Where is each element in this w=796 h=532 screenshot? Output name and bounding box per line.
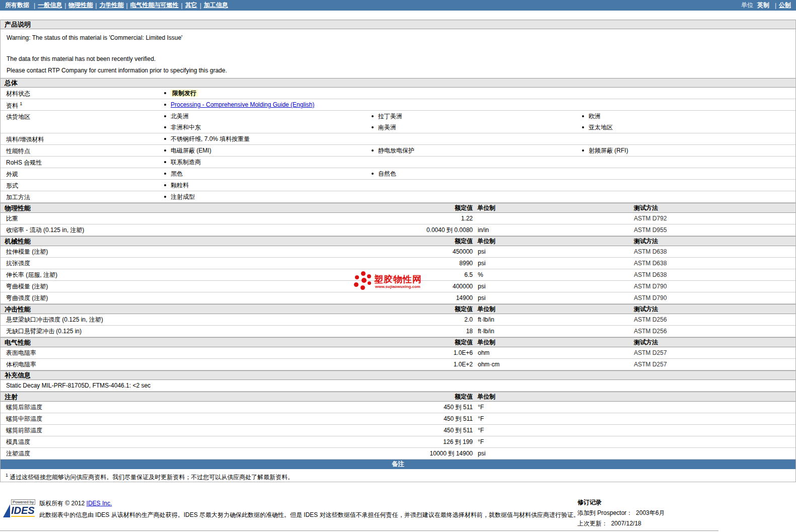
nav-separator: |	[200, 2, 201, 9]
bullet-icon	[164, 173, 166, 175]
section-header-product-description: 产品说明	[1, 20, 795, 29]
section-title: 补充信息	[5, 371, 31, 379]
bullet-value: 黑色	[164, 168, 183, 179]
bullet-icon	[164, 126, 166, 128]
material-status-badge: 限制发行	[171, 90, 198, 97]
section-header-impact: 冲击性能 额定值 单位制 测试方法	[1, 304, 795, 314]
revision-history: 修订记录 添加到 Prospector： 2003年6月 上次更新： 2007/…	[577, 498, 665, 530]
ides-logo-text: IDES	[11, 505, 35, 517]
revision-added: 添加到 Prospector： 2003年6月	[577, 509, 665, 517]
property-row-rear-temp: 螺筒后部温度 450 到 511 °F	[1, 402, 795, 413]
bullet-icon	[372, 115, 374, 117]
general-row-rohs: RoHS 合规性 联系制造商	[1, 157, 795, 168]
section-header-mechanical: 机械性能 额定值 单位制 测试方法	[1, 236, 795, 246]
column-header-value: 额定值	[455, 203, 473, 213]
property-row-front-temp: 螺筒前部温度 450 到 511 °F	[1, 425, 795, 436]
general-row-resources: 资料 1 Processing - Comprehensive Molding …	[1, 99, 795, 111]
general-row-appearance: 外观 黑色 自然色	[1, 168, 795, 180]
notes-bar: 备注	[1, 460, 795, 469]
bullet-value: 电磁屏蔽 (EMI)	[164, 145, 211, 156]
ides-logo[interactable]: Powered by IDES	[3, 499, 36, 520]
nav-separator: |	[775, 2, 776, 9]
general-row-filler: 填料/增强材料 不锈钢纤维, 7.0% 填料按重量	[1, 133, 795, 145]
bullet-icon	[164, 104, 166, 106]
column-header-unit: 单位制	[477, 203, 495, 213]
column-header-unit: 单位制	[477, 392, 495, 402]
column-header-value: 额定值	[455, 392, 473, 402]
nav-item-electrical-flammability[interactable]: 电气性能与可燃性	[130, 1, 179, 10]
molding-guide-link[interactable]: Processing - Comprehensive Molding Guide…	[171, 101, 314, 108]
section-title: 总体	[5, 79, 18, 87]
units-label: 单位	[741, 1, 753, 10]
section-title: 注射	[5, 392, 18, 402]
unit-imperial-toggle[interactable]: 英制	[757, 1, 769, 10]
bullet-icon	[164, 184, 166, 186]
warning-contact: Please contact RTP Company for current i…	[7, 67, 795, 74]
bullet-value: 拉丁美洲	[372, 111, 402, 122]
bullet-icon	[164, 161, 166, 163]
warning-not-verified: The data for this material has not been …	[7, 55, 795, 62]
general-row-processing: 加工方法 注射成型	[1, 191, 795, 203]
bullet-value: 自然色	[372, 168, 396, 179]
revision-updated: 上次更新： 2007/12/18	[577, 519, 665, 528]
column-header-test: 测试方法	[634, 305, 658, 314]
bullet-icon	[372, 149, 374, 151]
bullet-value: 限制发行	[164, 88, 198, 99]
bullet-icon	[164, 196, 166, 198]
column-header-value: 额定值	[455, 338, 473, 347]
property-row-specific-gravity: 比重 1.22 ASTM D792	[1, 213, 795, 224]
column-header-unit: 单位制	[477, 305, 495, 314]
footnote-text: 1 通过这些链接您能够访问供应商资料。我们尽量保证及时更新资料；不过您可以从供应…	[1, 469, 795, 482]
supplemental-text: Static Decay MIL-PRF-81705D, FTMS-4046.1…	[1, 380, 795, 392]
property-row-tensile-modulus: 拉伸模量 (注塑) 450000 psi ASTM D638	[1, 246, 795, 258]
property-row-tensile-strength: 抗张强度 8990 psi ASTM D638	[1, 258, 795, 269]
column-header-unit: 单位制	[477, 338, 495, 347]
nav-item-all-data[interactable]: 所有数据	[5, 1, 29, 10]
property-row-shrinkage: 收缩率 - 流动 (0.125 in, 注塑) 0.0040 到 0.0080 …	[1, 224, 795, 236]
column-header-test: 测试方法	[634, 203, 658, 213]
nav-separator: |	[181, 2, 183, 9]
bullet-icon	[582, 126, 584, 128]
property-row-izod-unnotched: 无缺口悬臂梁冲击 (0.125 in) 18 ft·lb/in ASTM D25…	[1, 326, 795, 337]
column-header-value: 额定值	[455, 237, 473, 246]
bullet-icon	[164, 115, 166, 117]
product-warnings: Warning: The status of this material is …	[1, 29, 795, 78]
section-header-supplemental: 补充信息	[1, 370, 795, 380]
footer-divider	[0, 530, 718, 531]
column-header-test: 测试方法	[634, 338, 658, 347]
page-footer: Powered by IDES 版权所有 © 2012 IDES Inc. 此数…	[0, 498, 796, 526]
nav-item-general-info[interactable]: 一般信息	[38, 1, 62, 10]
bullet-value: 欧洲	[582, 111, 601, 122]
nav-item-processing-info[interactable]: 加工信息	[204, 1, 228, 10]
bullet-icon	[582, 149, 584, 151]
disclaimer-text: 此数据表中的信息由 IDES 从该材料的生产商处获得。IDES 尽最大努力确保此…	[39, 511, 580, 519]
bullet-value: 射频屏蔽 (RFI)	[582, 145, 628, 156]
property-row-middle-temp: 螺筒中部温度 450 到 511 °F	[1, 413, 795, 425]
bullet-value: 南美洲	[372, 122, 396, 133]
revision-title: 修订记录	[577, 498, 665, 507]
general-row-availability: 供货地区 北美洲 拉丁美洲 欧洲 非洲和中东 南美洲 亚太地区	[1, 111, 795, 133]
property-row-volume-resistivity: 体积电阻率 1.0E+2 ohm·cm ASTM D257	[1, 359, 795, 370]
nav-item-mechanical[interactable]: 力学性能	[99, 1, 123, 10]
property-row-flexural-strength: 弯曲强度 (注塑) 14900 psi ASTM D790	[1, 292, 795, 304]
general-row-material-status: 材料状态 限制发行	[1, 88, 795, 99]
section-header-injection: 注射 额定值 单位制	[1, 392, 795, 402]
property-row-elongation: 伸长率 (屈服, 注塑) 6.5 % ASTM D638	[1, 269, 795, 281]
nav-item-physical[interactable]: 物理性能	[68, 1, 93, 10]
ides-inc-link[interactable]: IDES Inc.	[87, 500, 112, 507]
column-header-test: 测试方法	[634, 237, 658, 246]
nav-item-other[interactable]: 其它	[185, 1, 197, 10]
ides-triangle-icon	[3, 504, 10, 517]
section-title: 冲击性能	[5, 305, 31, 314]
bullet-value: Processing - Comprehensive Molding Guide…	[164, 99, 314, 110]
bullet-icon	[372, 173, 374, 175]
bullet-value: 注射成型	[164, 191, 195, 202]
section-title: 产品说明	[5, 21, 31, 28]
bullet-value: 非洲和中东	[164, 122, 201, 133]
section-header-physical: 物理性能 额定值 单位制 测试方法	[1, 203, 795, 213]
bullet-icon	[372, 126, 374, 128]
unit-metric-toggle[interactable]: 公制	[779, 1, 791, 10]
datasheet-content: 产品说明 Warning: The status of this materia…	[0, 20, 796, 482]
copyright-line: 版权所有 © 2012 IDES Inc.	[39, 499, 580, 508]
general-row-features: 性能特点 电磁屏蔽 (EMI) 静电放电保护 射频屏蔽 (RFI)	[1, 145, 795, 157]
